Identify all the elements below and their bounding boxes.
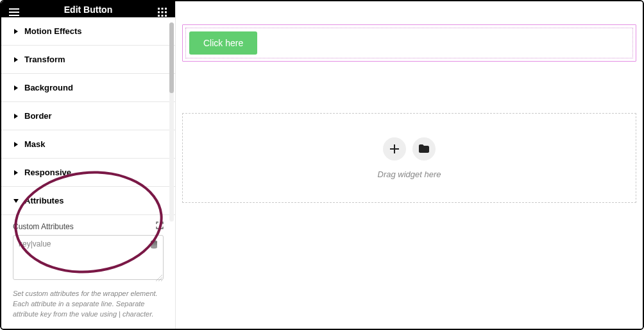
svg-rect-4	[162, 11, 164, 13]
sidebar-title: Edit Button	[64, 4, 112, 15]
caret-right-icon	[13, 85, 19, 91]
panel-label: Transform	[24, 55, 65, 64]
custom-attributes-label: Custom Attributes	[13, 222, 74, 231]
app-root: Edit Button Motion Effects Transform Bac…	[0, 0, 644, 330]
caret-right-icon	[13, 170, 19, 175]
dropzone-actions	[383, 137, 436, 161]
panel-attributes[interactable]: Attributes	[1, 187, 175, 215]
panel-label: Background	[24, 83, 73, 92]
button-widget[interactable]: Click here	[189, 31, 257, 55]
svg-rect-6	[158, 15, 160, 17]
svg-rect-7	[162, 15, 164, 17]
editor-canvas: Click here Drag widget here	[176, 1, 643, 329]
folder-icon	[419, 144, 429, 153]
database-icon	[150, 240, 158, 249]
dropzone-hint: Drag widget here	[378, 169, 441, 179]
expand-icon[interactable]	[156, 221, 164, 231]
svg-rect-5	[165, 11, 167, 13]
selected-column[interactable]: Click here	[185, 28, 633, 58]
add-section-button[interactable]	[383, 137, 406, 161]
svg-rect-2	[165, 8, 167, 10]
custom-attributes-help: Set custom attributes for the wrapper el…	[13, 289, 164, 320]
svg-rect-8	[165, 15, 167, 17]
panel-mask[interactable]: Mask	[1, 130, 175, 159]
panel-responsive[interactable]: Responsive	[1, 159, 175, 187]
hamburger-icon	[9, 8, 19, 16]
editor-sidebar: Edit Button Motion Effects Transform Bac…	[1, 1, 176, 329]
caret-right-icon	[13, 142, 19, 147]
panel-label: Responsive	[24, 168, 71, 177]
panel-border[interactable]: Border	[1, 102, 175, 130]
sidebar-scrollbar-thumb[interactable]	[169, 22, 174, 93]
panel-list: Motion Effects Transform Background Bord…	[1, 17, 175, 215]
panel-background[interactable]: Background	[1, 74, 175, 102]
panel-motion-effects[interactable]: Motion Effects	[1, 17, 175, 46]
caret-right-icon	[13, 57, 19, 62]
panel-label: Mask	[24, 139, 46, 149]
caret-right-icon	[13, 29, 19, 34]
custom-attributes-textarea[interactable]	[13, 235, 164, 280]
panel-transform[interactable]: Transform	[1, 46, 175, 74]
template-library-button[interactable]	[412, 137, 436, 161]
attributes-body: Custom Attributes Set custom attributes …	[1, 215, 175, 329]
svg-rect-1	[162, 8, 164, 10]
plus-icon	[390, 144, 399, 153]
dynamic-tags-button[interactable]	[148, 239, 160, 250]
sidebar-scrollbar[interactable]	[169, 22, 174, 221]
panel-label: Motion Effects	[24, 26, 82, 36]
empty-section-dropzone[interactable]: Drag widget here	[182, 113, 636, 203]
canvas-inner: Click here Drag widget here	[176, 1, 643, 209]
widgets-panel-button[interactable]	[153, 1, 171, 22]
sidebar-header: Edit Button	[1, 1, 175, 17]
menu-button[interactable]	[5, 1, 23, 22]
panel-label: Border	[24, 111, 52, 121]
svg-rect-3	[158, 11, 160, 13]
apps-grid-icon	[158, 8, 167, 17]
caret-right-icon	[13, 114, 19, 119]
svg-rect-0	[158, 8, 160, 10]
custom-attributes-label-row: Custom Attributes	[13, 221, 164, 231]
selected-section[interactable]: Click here	[182, 24, 636, 62]
custom-attributes-field-wrap	[13, 235, 164, 282]
panel-label: Attributes	[24, 196, 64, 205]
caret-down-icon	[13, 199, 19, 203]
